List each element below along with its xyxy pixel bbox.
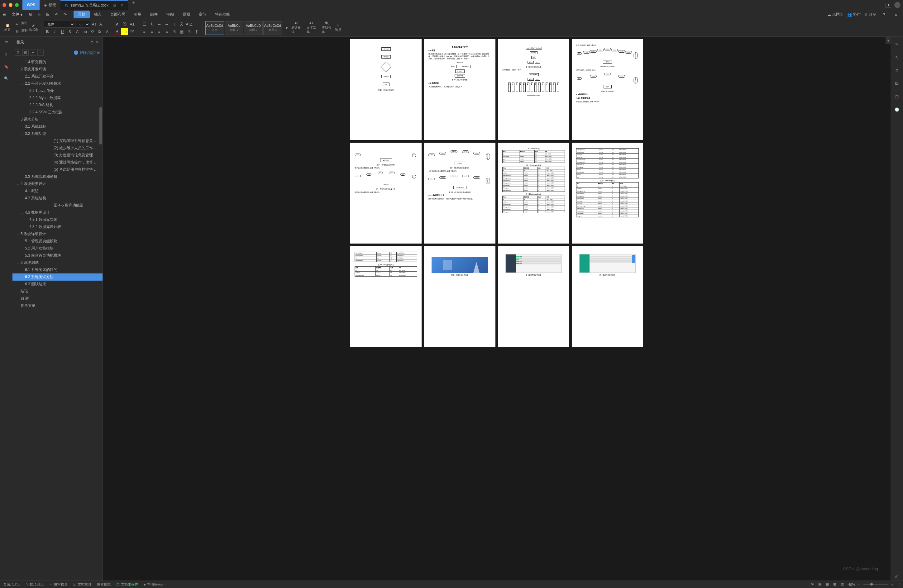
numbering-button[interactable]: ⒈ xyxy=(148,21,155,28)
outline-item[interactable]: ⌄6 系统测试 xyxy=(13,259,102,266)
paste-button[interactable]: 📋粘贴 xyxy=(3,22,13,34)
chevron-icon[interactable]: ⌄ xyxy=(21,82,25,85)
menu-tab-开始[interactable]: 开始 xyxy=(74,11,90,18)
bold-button[interactable]: B xyxy=(44,28,51,35)
outline-item[interactable]: (4) 通过网络操作，改善 … xyxy=(13,159,102,166)
font-color-dropdown[interactable]: A xyxy=(114,28,121,35)
page-thumbnail-12[interactable]: 图 5-3 酒店信息界面图 xyxy=(572,246,643,347)
justify-button[interactable]: ≡ xyxy=(163,28,170,35)
strikethrough-button[interactable]: S̶ xyxy=(66,28,73,35)
zoom-out-button[interactable]: − xyxy=(858,583,860,586)
highlight-dropdown[interactable]: ab xyxy=(121,28,128,35)
chevron-icon[interactable]: ⌄ xyxy=(21,132,25,135)
outline-item[interactable]: 2.1 系统开发平台 xyxy=(13,73,102,80)
select-button[interactable]: ↖选择 xyxy=(333,22,343,34)
menu-tab-审阅[interactable]: 审阅 xyxy=(162,11,178,18)
image-tool-icon[interactable]: 🖼 xyxy=(893,80,900,87)
page-thumbnail-6[interactable]: 客房信息客房编号客房类型客房价格可住人数客房特色客房设备 图 4-8 客房信息实… xyxy=(424,143,496,243)
help-icon[interactable]: ? xyxy=(880,11,888,19)
outline-item[interactable]: 4.3.2 数据库设计表 xyxy=(13,223,102,230)
close-tab-icon[interactable]: ✕ xyxy=(120,3,123,8)
subscript-button[interactable]: X₂ xyxy=(96,28,103,35)
select-tool-icon[interactable]: ↖ xyxy=(893,53,900,61)
outline-item[interactable]: ⌄2.2 平台开发相关技术 xyxy=(13,80,102,87)
add-heading-icon[interactable]: + xyxy=(30,50,36,56)
align-center-button[interactable]: ≡ xyxy=(148,28,155,35)
page-indicator[interactable]: 页面: 13/36 xyxy=(3,582,20,587)
document-area[interactable]: ◂ 用户注册 填写信息 注册成功 结束 图 3-3 注册信息流程图 xyxy=(103,37,890,580)
outline-item[interactable]: 3.1 系统目标 xyxy=(13,123,102,130)
outline-settings-icon[interactable]: ⚙ xyxy=(90,40,94,44)
outline-item[interactable]: 4.1 概述 xyxy=(13,188,102,194)
outline-item[interactable]: (3) 方便查询信息及管理 … xyxy=(13,152,102,159)
shading-button[interactable]: ▦ xyxy=(178,28,185,35)
outline-item[interactable]: ⌄5 系统详细设计 xyxy=(13,230,102,238)
line-spacing-button[interactable]: ↕ xyxy=(171,21,178,28)
page-layout-icon[interactable]: ▦ xyxy=(826,582,830,587)
search-rail-icon[interactable]: 🔍 xyxy=(3,75,10,82)
spellcheck-status[interactable]: ✓拼写检查 xyxy=(50,582,68,587)
redo-icon[interactable]: ↷ xyxy=(61,11,69,19)
zoom-slider[interactable] xyxy=(864,584,888,585)
close-panel-icon[interactable]: ✕ xyxy=(96,40,99,44)
page-thumbnail-7[interactable]: 表 4-1 allusers 表 列名数据类型长度约束idint11NOT NU… xyxy=(498,143,569,243)
style-item-标题 2[interactable]: AaBbCcD标题 2 xyxy=(244,21,263,35)
outline-item[interactable]: 结论 xyxy=(13,288,102,295)
zoom-level[interactable]: 40% xyxy=(848,583,855,586)
italic-button[interactable]: I xyxy=(52,28,58,35)
increase-font-icon[interactable]: A↑ xyxy=(91,21,98,28)
protect-status[interactable]: 🛡文档未保护 xyxy=(116,582,138,587)
outline-item[interactable]: 4.3.1 数据库实体 xyxy=(13,216,102,223)
cut-button[interactable]: ✂ xyxy=(14,21,20,28)
chevron-icon[interactable]: ⌄ xyxy=(21,211,25,214)
outline-item[interactable]: ⌄2 系统开发环境 xyxy=(13,66,102,73)
page-thumbnail-10[interactable]: 图 5-1 管理员登录界面图 xyxy=(424,246,496,347)
style-item-标题 1[interactable]: AaBbCc标题 1 xyxy=(225,21,243,35)
menu-tab-页面布局[interactable]: 页面布局 xyxy=(106,11,130,18)
underline-button[interactable]: U xyxy=(59,28,66,35)
bullets-button[interactable]: ☰ xyxy=(141,21,148,28)
window-badge-icon[interactable]: 1 xyxy=(886,3,891,8)
page-rail-icon[interactable]: 🗎 xyxy=(3,51,10,58)
reading-layout-icon[interactable]: ▤ xyxy=(818,582,823,587)
outline-item[interactable]: 5.3 前台首页功能模块 xyxy=(13,252,102,259)
outline-item[interactable]: 6.3 测试结果 xyxy=(13,281,102,288)
bookmark-rail-icon[interactable]: 🔖 xyxy=(3,63,10,71)
copy-button[interactable]: ⎘ xyxy=(14,28,20,35)
outline-item[interactable]: ⌄4 系统概要设计 xyxy=(13,180,102,188)
outline-item[interactable]: 参考文献 xyxy=(13,302,102,309)
print-icon[interactable]: ⎙ xyxy=(35,11,43,19)
remove-heading-icon[interactable]: − xyxy=(38,50,44,56)
menu-tab-特色功能[interactable]: 特色功能 xyxy=(211,11,234,18)
menu-tab-章节[interactable]: 章节 xyxy=(194,11,211,18)
app-menu-icon[interactable]: ☰ xyxy=(0,11,8,19)
text-tools-button[interactable]: A✎文字工具 xyxy=(307,22,316,34)
phonetic-icon[interactable]: Ⓐ xyxy=(121,21,128,28)
outline-item[interactable]: ⌄4.2 系统结构 xyxy=(13,194,102,202)
style-gallery-more[interactable]: ▾ xyxy=(283,25,290,31)
outline-item[interactable]: 2.2.4 SSM 三大框架 xyxy=(13,109,102,116)
word-count[interactable]: 字数: 10188 xyxy=(26,582,44,587)
highlight-button[interactable]: ab xyxy=(81,28,88,35)
borders-button[interactable]: ⊞ xyxy=(186,28,193,35)
menu-tab-插入[interactable]: 插入 xyxy=(90,11,106,18)
outline-rail-icon[interactable]: ☰ xyxy=(3,39,10,47)
decrease-indent-button[interactable]: ⇤ xyxy=(156,21,163,28)
char-border-button[interactable]: A xyxy=(104,28,111,35)
change-case-icon[interactable]: Aa xyxy=(129,21,135,28)
apps-icon[interactable]: ⊞ xyxy=(893,573,900,580)
zoom-in-button[interactable]: + xyxy=(892,583,894,586)
collapse-right-panel-icon[interactable]: ◂ xyxy=(886,37,890,44)
new-tab-button[interactable]: + xyxy=(128,0,139,10)
page-thumbnail-2[interactable]: 4 系统 概要 设计 4.1 概述 酒店管理系统基于 Web 服务模式，是一个适… xyxy=(424,39,496,140)
find-replace-button[interactable]: 🔍查找替换 xyxy=(322,22,332,34)
smart-toc-button[interactable]: 智能识别目录 xyxy=(74,50,100,55)
font-name-select[interactable]: 黑体 xyxy=(44,21,75,28)
new-style-button[interactable]: Aᴬ新建样式 xyxy=(291,22,301,34)
outline-item[interactable]: 2.2.3 B/S 结构 xyxy=(13,102,102,109)
outline-item[interactable]: 5.1 管理员功能模块 xyxy=(13,238,102,245)
outline-item[interactable]: ⌄3 需求分析 xyxy=(13,116,102,123)
scrollbar-thumb[interactable] xyxy=(99,107,102,144)
align-right-button[interactable]: ≡ xyxy=(156,28,163,35)
sync-status[interactable]: ☁未同步 xyxy=(827,12,843,17)
